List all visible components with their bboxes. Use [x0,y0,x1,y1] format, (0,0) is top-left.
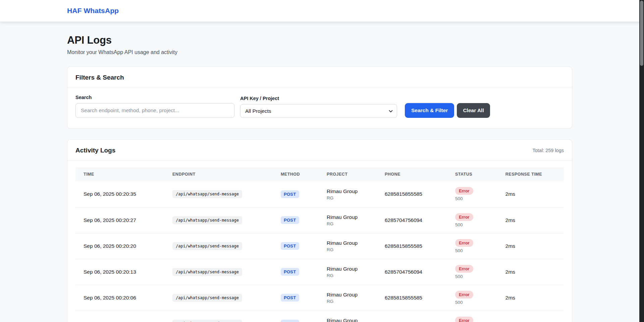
filters-body: Search API Key / Project All Projects Se… [67,88,572,128]
log-response-time: 2ms [505,311,564,322]
log-phone: 6285704756094 [385,311,455,322]
log-project-name: Rimau Group [327,214,382,221]
log-status-code: 500 [455,196,503,201]
clear-all-button[interactable]: Clear All [457,103,490,118]
column-header-time: TIME [75,167,172,181]
page-subtitle: Monitor your WhatsApp API usage and acti… [67,49,572,55]
log-project-name: Rimau Group [327,188,382,195]
log-status-badge: Error [455,291,473,298]
log-endpoint: /api/whatsapp/send-message [172,242,242,250]
search-filter-button[interactable]: Search & Filter [405,103,454,118]
log-status-badge: Error [455,239,473,247]
log-response-time: 2ms [505,285,564,311]
project-label: API Key / Project [240,96,397,101]
page-title: API Logs [67,34,572,46]
column-header-endpoint: ENDPOINT [172,167,281,181]
log-response-time: 2ms [505,259,564,285]
logs-table-head: TIME ENDPOINT METHOD PROJECT PHONE STATU… [75,167,564,181]
table-row: Sep 06, 2025 00:20:20 /api/whatsapp/send… [75,233,564,259]
log-time: Sep 06, 2025 00:20:05 [75,311,172,322]
log-phone: 6285815855585 [385,285,455,311]
log-project-code: RG [327,195,382,200]
log-method-badge: POST [281,216,299,224]
filters-card: Filters & Search Search API Key / Projec… [67,66,572,129]
table-row: Sep 06, 2025 00:20:35 /api/whatsapp/send… [75,181,564,207]
activity-logs-header: Activity Logs Total: 259 logs [67,140,572,161]
brand-link[interactable]: HAF WhatsApp [67,7,119,15]
project-select[interactable]: All Projects [240,104,397,118]
log-time: Sep 06, 2025 00:20:35 [75,181,172,207]
log-endpoint: /api/whatsapp/send-message [172,216,242,224]
log-phone: 6285704756094 [385,207,455,233]
log-phone: 6285815855585 [385,233,455,259]
log-status-badge: Error [455,265,473,273]
log-project-code: RG [327,273,382,278]
log-project-code: RG [327,299,382,304]
log-status-badge: Error [455,187,473,195]
scrollbar-thumb[interactable] [640,1,643,66]
log-phone: 6285704756094 [385,259,455,285]
search-input[interactable] [75,103,234,118]
search-label: Search [75,95,234,100]
table-row: Sep 06, 2025 00:20:27 /api/whatsapp/send… [75,207,564,233]
log-method-badge: POST [281,190,299,198]
log-method-badge: POST [281,268,299,276]
log-status-code: 500 [455,300,503,305]
table-row: Sep 06, 2025 00:20:05 /api/whatsapp/send… [75,311,564,322]
log-response-time: 2ms [505,181,564,207]
log-project-code: RG [327,221,382,226]
log-response-time: 2ms [505,233,564,259]
table-row: Sep 06, 2025 00:20:06 /api/whatsapp/send… [75,285,564,311]
activity-logs-body: TIME ENDPOINT METHOD PROJECT PHONE STATU… [67,161,572,322]
log-endpoint: /api/whatsapp/send-message [172,268,242,276]
project-field-group: API Key / Project All Projects [240,96,397,118]
filters-card-title: Filters & Search [67,67,572,88]
search-field-group: Search [75,95,234,118]
scrollbar[interactable] [639,0,644,322]
top-navbar: HAF WhatsApp [0,0,644,22]
log-status-code: 500 [455,222,503,227]
total-logs-count: Total: 259 logs [532,148,564,153]
log-time: Sep 06, 2025 00:20:06 [75,285,172,311]
log-response-time: 2ms [505,207,564,233]
logs-table-body: Sep 06, 2025 00:20:35 /api/whatsapp/send… [75,181,564,322]
logs-table: TIME ENDPOINT METHOD PROJECT PHONE STATU… [75,167,564,322]
log-project-name: Rimau Group [327,266,382,272]
log-time: Sep 06, 2025 00:20:27 [75,207,172,233]
column-header-method: METHOD [281,167,327,181]
column-header-response-time: RESPONSE TIME [505,167,564,181]
log-project-name: Rimau Group [327,240,382,246]
log-time: Sep 06, 2025 00:20:13 [75,259,172,285]
log-project-code: RG [327,247,382,252]
log-status-badge: Error [455,213,473,221]
log-endpoint: /api/whatsapp/send-message [172,320,242,322]
log-status-code: 500 [455,274,503,279]
log-project-name: Rimau Group [327,291,382,298]
page-content: API Logs Monitor your WhatsApp API usage… [67,34,572,322]
activity-logs-card: Activity Logs Total: 259 logs TIME ENDPO… [67,139,572,322]
table-row: Sep 06, 2025 00:20:13 /api/whatsapp/send… [75,259,564,285]
log-phone: 6285815855585 [385,181,455,207]
project-select-wrap: All Projects [240,104,397,118]
activity-logs-title: Activity Logs [75,147,115,154]
log-time: Sep 06, 2025 00:20:20 [75,233,172,259]
log-status-code: 500 [455,248,503,253]
log-project-name: Rimau Group [327,317,382,322]
column-header-status: STATUS [455,167,505,181]
log-method-badge: POST [281,320,299,322]
log-endpoint: /api/whatsapp/send-message [172,294,242,302]
log-endpoint: /api/whatsapp/send-message [172,190,242,198]
log-method-badge: POST [281,242,299,250]
log-status-badge: Error [455,317,473,322]
column-header-project: PROJECT [327,167,385,181]
column-header-phone: PHONE [385,167,455,181]
log-method-badge: POST [281,294,299,302]
